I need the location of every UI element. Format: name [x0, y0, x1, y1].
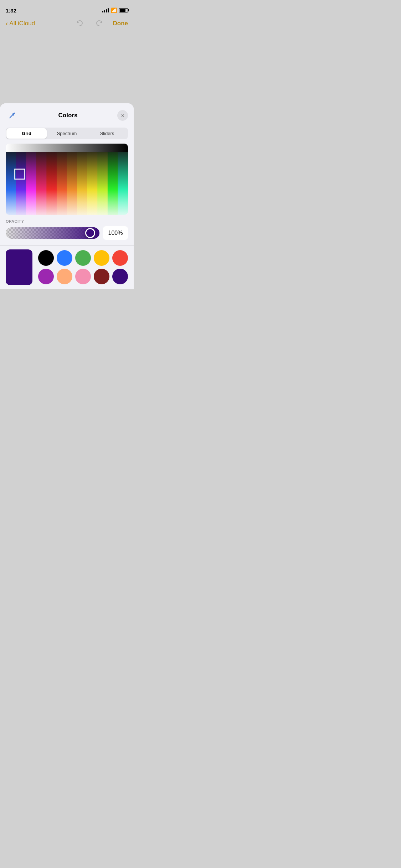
undo-button[interactable] — [74, 18, 85, 29]
status-time: 1:32 — [6, 7, 16, 14]
section-divider — [0, 246, 134, 246]
view-mode-segment[interactable]: Grid Spectrum Sliders — [6, 128, 128, 139]
back-button[interactable]: ‹ All iCloud — [6, 20, 35, 27]
done-button[interactable]: Done — [113, 20, 128, 27]
segment-sliders[interactable]: Sliders — [87, 128, 127, 139]
opacity-label: OPACITY — [6, 219, 128, 223]
colors-modal: Colors ✕ Grid Spectrum Sliders OPACITY 1… — [0, 103, 134, 289]
color-swatch-peach[interactable] — [57, 269, 72, 284]
opacity-row: 100% — [6, 226, 128, 240]
color-swatch-yellow[interactable] — [94, 250, 109, 266]
close-button[interactable]: ✕ — [117, 110, 128, 121]
close-icon: ✕ — [121, 113, 125, 118]
selected-color-row — [6, 249, 128, 285]
color-swatch-green[interactable] — [75, 250, 91, 266]
color-swatch-darkpurple[interactable] — [112, 269, 128, 284]
battery-icon — [119, 8, 128, 12]
back-label: All iCloud — [9, 20, 35, 27]
modal-title: Colors — [19, 112, 117, 119]
opacity-thumb[interactable] — [85, 228, 95, 238]
status-icons: 📶 — [102, 7, 128, 13]
color-swatch-blue[interactable] — [57, 250, 72, 266]
swatches-section — [0, 249, 134, 285]
nav-bar: ‹ All iCloud Done — [0, 16, 134, 31]
color-swatch-black[interactable] — [38, 250, 54, 266]
modal-header: Colors ✕ — [0, 103, 134, 125]
color-grid[interactable] — [6, 144, 128, 215]
color-grid-canvas[interactable] — [6, 144, 128, 215]
status-bar: 1:32 📶 — [0, 0, 134, 16]
color-dots-grid — [38, 250, 128, 284]
color-swatch-pink[interactable] — [75, 269, 91, 284]
redo-button[interactable] — [94, 18, 104, 29]
nav-actions: Done — [74, 18, 128, 29]
segment-spectrum[interactable]: Spectrum — [47, 128, 87, 139]
opacity-section: OPACITY 100% — [0, 215, 134, 242]
color-swatch-darkred[interactable] — [94, 269, 109, 284]
wifi-icon: 📶 — [111, 7, 117, 13]
segment-grid[interactable]: Grid — [6, 128, 47, 139]
chevron-left-icon: ‹ — [6, 20, 8, 27]
eyedropper-button[interactable] — [6, 109, 19, 122]
color-swatch-purple[interactable] — [38, 269, 54, 284]
opacity-value[interactable]: 100% — [103, 226, 128, 240]
selected-color-preview — [6, 249, 32, 285]
color-swatch-red[interactable] — [112, 250, 128, 266]
signal-icon — [102, 8, 109, 12]
opacity-slider[interactable] — [6, 227, 99, 239]
svg-point-0 — [10, 117, 11, 118]
